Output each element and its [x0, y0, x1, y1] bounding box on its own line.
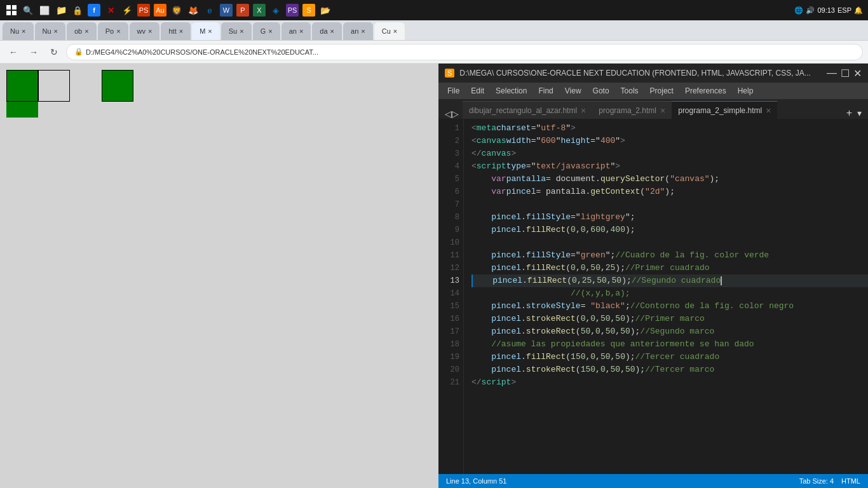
filemanager-icon[interactable]: 📂: [319, 4, 332, 17]
close-button[interactable]: ✕: [853, 67, 862, 79]
svg-rect-0: [6, 5, 11, 10]
browser-tabs-bar: Nu × Nu × ob × Po × wv × htt × M × Su × …: [0, 20, 868, 41]
tab-close-3[interactable]: ×: [766, 105, 771, 116]
code-line-10: [471, 236, 868, 249]
svg-rect-1: [12, 5, 17, 10]
browser-tab-an2[interactable]: an ×: [343, 22, 373, 40]
app5-icon[interactable]: Au: [154, 4, 166, 17]
browser-tab-g[interactable]: G ×: [253, 22, 280, 40]
ln-16: 16: [438, 313, 459, 325]
ln-17: 17: [438, 325, 459, 338]
notification-icon[interactable]: 🔔: [854, 6, 863, 15]
ln-13: 13: [438, 274, 459, 287]
editor-tabs: ◁▷ dibujar_rectangulo_al_azar.html × pro…: [438, 99, 868, 119]
taskbar-right: 🌐 🔊 09:13 ESP 🔔: [794, 6, 863, 15]
svg-rect-2: [6, 11, 11, 15]
browser-tab-wv[interactable]: wv ×: [130, 22, 160, 40]
editor-panel: S D:\MEGA\ CURSOS\ONE-ORACLE NEXT EDUCAT…: [438, 64, 868, 488]
fileexplorer-icon[interactable]: 📁: [55, 4, 67, 17]
editor-tab-1[interactable]: dibujar_rectangulo_al_azar.html ×: [463, 101, 592, 119]
editor-title-text: D:\MEGA\ CURSOS\ONE-ORACLE NEXT EDUCATIO…: [459, 69, 811, 78]
tab-add-icon[interactable]: +: [846, 107, 852, 119]
code-line-8: pincel.fillStyle="lightgrey";: [471, 211, 868, 224]
windows-icon[interactable]: [5, 4, 18, 17]
code-line-9: pincel.fillRect(0,0,600,400);: [471, 224, 868, 236]
ln-6: 6: [438, 186, 459, 198]
tab-close-1[interactable]: ×: [581, 105, 586, 116]
app1-icon[interactable]: f: [88, 4, 100, 17]
app4-icon[interactable]: PS: [137, 4, 150, 17]
code-line-15: pincel.strokeStyle = "black";//Contorno …: [471, 300, 868, 313]
ln-20: 20: [438, 363, 459, 376]
taskbar: 🔍 ⬜ 📁 🔒 f ✕ ⚡ PS Au 🦁 🦊 e W P X ◈ PS S 📂…: [0, 0, 868, 20]
browser-tab-po[interactable]: Po ×: [98, 22, 128, 40]
browser-tab-nu2[interactable]: Nu ×: [35, 22, 66, 40]
rect-border-1: [6, 70, 38, 102]
firefox-icon[interactable]: 🦊: [187, 4, 200, 17]
sublime-icon[interactable]: S: [302, 4, 315, 17]
statusbar-left: Line 13, Column 51: [446, 477, 506, 485]
lock-icon[interactable]: 🔒: [71, 4, 84, 17]
maximize-button[interactable]: ☐: [841, 67, 850, 79]
browser-tab-nu1[interactable]: Nu ×: [3, 22, 34, 40]
code-line-5: var pantalla = document.querySelector("c…: [471, 173, 868, 186]
code-area[interactable]: <meta charset="utf-8"> <canvas width="60…: [464, 119, 868, 474]
menu-tools[interactable]: Tools: [616, 83, 644, 98]
edge-icon[interactable]: e: [203, 4, 216, 17]
tab-label-2: programa_2.html: [599, 106, 656, 115]
ln-19: 19: [438, 351, 459, 363]
code-line-3: </canvas>: [471, 147, 868, 160]
browser-tab-cu[interactable]: Cu ×: [374, 22, 405, 40]
code-line-7: [471, 198, 868, 211]
menu-view[interactable]: View: [560, 83, 587, 98]
word-icon[interactable]: W: [220, 4, 233, 17]
code-line-6: var pincel = pantalla.getContext("2d");: [471, 186, 868, 198]
app3-icon[interactable]: ⚡: [121, 4, 133, 17]
browser-tab-su[interactable]: Su ×: [221, 22, 252, 40]
reload-button[interactable]: ↻: [46, 44, 62, 60]
menu-edit[interactable]: Edit: [466, 83, 489, 98]
code-line-2: <canvas width="600" height="400">: [471, 135, 868, 147]
code-line-18: //asume las propiedades que anteriorment…: [471, 338, 868, 351]
browser-tab-da[interactable]: da ×: [312, 22, 342, 40]
tab-list-icon[interactable]: ▾: [857, 108, 862, 118]
vscode-icon[interactable]: ◈: [269, 4, 282, 17]
forward-button[interactable]: →: [25, 44, 42, 60]
menu-goto[interactable]: Goto: [588, 83, 614, 98]
minimize-button[interactable]: —: [827, 67, 837, 79]
taskview-icon[interactable]: ⬜: [38, 4, 51, 17]
ln-10: 10: [438, 236, 459, 249]
menu-selection[interactable]: Selection: [491, 83, 532, 98]
brave-icon[interactable]: 🦁: [170, 4, 183, 17]
editor-tab-3[interactable]: programa_2_simple.html ×: [672, 101, 777, 119]
browser-tab-an1[interactable]: an ×: [281, 22, 311, 40]
editor-statusbar: Line 13, Column 51 Tab Size: 4 HTML: [438, 474, 868, 488]
menu-project[interactable]: Project: [645, 83, 679, 98]
line-numbers: 1 2 3 4 5 6 7 8 9 10 11 12 13 14 15 16 1…: [438, 119, 464, 474]
search-icon[interactable]: 🔍: [22, 4, 34, 17]
menu-find[interactable]: Find: [533, 83, 558, 98]
back-button[interactable]: ←: [5, 44, 22, 60]
app2-icon[interactable]: ✕: [104, 4, 117, 17]
code-line-4: <script type="text/javascript">: [471, 160, 868, 173]
menu-preferences[interactable]: Preferences: [680, 83, 731, 98]
ln-21: 21: [438, 376, 459, 389]
browser-tab-ob[interactable]: ob ×: [67, 22, 97, 40]
editor-app-icon: S: [445, 69, 454, 78]
editor-titlebar: S D:\MEGA\ CURSOS\ONE-ORACLE NEXT EDUCAT…: [438, 64, 868, 83]
editor-tab-2[interactable]: programa_2.html ×: [592, 101, 672, 119]
address-bar[interactable]: 🔒 D:/MEG4/%C2%A0%20CURSOS/ONE-ORACLE%20N…: [66, 44, 863, 60]
ln-14: 14: [438, 287, 459, 300]
browser-tab-htt[interactable]: htt ×: [161, 22, 191, 40]
powerpoint-icon[interactable]: P: [236, 4, 249, 17]
terminal-icon[interactable]: PS: [286, 4, 299, 17]
browser-toolbar: ← → ↻ 🔒 D:/MEG4/%C2%A0%20CURSOS/ONE-ORAC…: [0, 41, 868, 64]
code-line-11: pincel.fillStyle="green";//Cuadro de la …: [471, 249, 868, 262]
menu-help[interactable]: Help: [733, 83, 759, 98]
browser-tab-m[interactable]: M ×: [192, 22, 220, 40]
excel-icon[interactable]: X: [253, 4, 266, 17]
menu-file[interactable]: File: [442, 83, 465, 98]
editor-window-controls: — ☐ ✕: [827, 67, 862, 79]
lock-icon: 🔒: [74, 48, 83, 56]
tab-close-2[interactable]: ×: [660, 105, 665, 116]
